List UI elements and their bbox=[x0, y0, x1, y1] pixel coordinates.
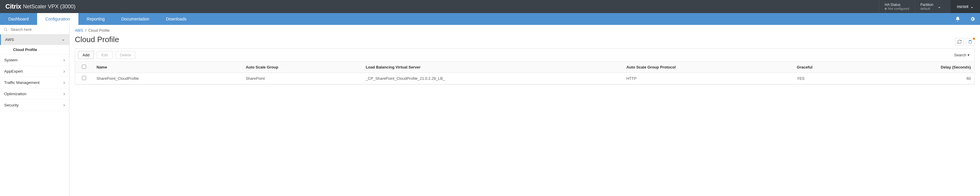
cell-proto: HTTP bbox=[623, 73, 793, 84]
tab-reporting[interactable]: Reporting bbox=[78, 13, 113, 25]
data-table: Name Auto Scale Group Load Balancing Vir… bbox=[75, 62, 974, 84]
add-button[interactable]: Add bbox=[78, 51, 94, 59]
ha-status-value: Not configured bbox=[888, 7, 909, 10]
notifications-icon[interactable] bbox=[950, 13, 965, 25]
sidebar-item-label: Optimization bbox=[4, 92, 26, 96]
cell-graceful: YES bbox=[793, 73, 862, 84]
breadcrumb-leaf: Cloud Profile bbox=[88, 28, 110, 33]
product-name: NetScaler VPX (3000) bbox=[23, 3, 75, 10]
svg-rect-0 bbox=[970, 40, 971, 41]
sidebar-item-optimization[interactable]: Optimization bbox=[0, 89, 69, 100]
search-icon bbox=[3, 28, 8, 32]
brand-logo: Citrix bbox=[5, 3, 21, 10]
search-toggle[interactable]: Search ▾ bbox=[954, 53, 970, 57]
col-checkbox bbox=[75, 62, 93, 73]
chevron-right-icon bbox=[63, 68, 65, 74]
edit-button[interactable]: Edit bbox=[97, 51, 112, 59]
sidebar-item-traffic-management[interactable]: Traffic Management bbox=[0, 77, 69, 89]
chevron-right-icon bbox=[63, 79, 65, 86]
tab-configuration[interactable]: Configuration bbox=[37, 13, 78, 25]
col-auto-scale-protocol[interactable]: Auto Scale Group Protocol bbox=[623, 62, 793, 73]
breadcrumb-root[interactable]: AWS bbox=[75, 28, 83, 33]
ha-status-block: HA Status Not configured bbox=[879, 0, 915, 13]
panel-toolbar: Add Edit Delete Search ▾ bbox=[75, 49, 974, 62]
col-graceful[interactable]: Graceful bbox=[793, 62, 862, 73]
settings-icon[interactable] bbox=[965, 13, 980, 25]
chevron-down-icon: ⌄ bbox=[937, 4, 941, 9]
cell-name: SharePoint_CloudProfile bbox=[93, 73, 242, 84]
chevron-right-icon bbox=[63, 102, 65, 108]
cell-lbvs: _CP_SharePoint_CloudProfile_21.0.2.29_LB… bbox=[362, 73, 623, 84]
sidebar-item-label: Traffic Management bbox=[4, 81, 40, 85]
sidebar-item-label: AWS bbox=[5, 37, 14, 42]
tab-downloads[interactable]: Downloads bbox=[158, 13, 195, 25]
unsaved-indicator-icon bbox=[973, 38, 975, 40]
search-input[interactable] bbox=[11, 27, 66, 32]
user-menu[interactable]: nsroot ⌄ bbox=[950, 0, 980, 13]
sidebar-item-label: System bbox=[4, 58, 18, 62]
tab-dashboard[interactable]: Dashboard bbox=[0, 13, 37, 25]
page-title: Cloud Profile bbox=[75, 35, 119, 44]
partition-value: default bbox=[920, 7, 933, 10]
data-panel: Add Edit Delete Search ▾ Name Auto Sc bbox=[75, 48, 975, 84]
chevron-down-icon: ⌄ bbox=[970, 4, 974, 9]
top-header: Citrix NetScaler VPX (3000) HA Status No… bbox=[0, 0, 980, 13]
cell-asg: SharePoint bbox=[242, 73, 362, 84]
sidebar-subitem-cloud-profile[interactable]: Cloud Profile bbox=[0, 45, 69, 55]
chevron-right-icon bbox=[63, 91, 65, 97]
partition-block[interactable]: Partition default ⌄ bbox=[915, 0, 950, 13]
user-name: nsroot bbox=[957, 4, 969, 9]
col-auto-scale-group[interactable]: Auto Scale Group bbox=[242, 62, 362, 73]
sidebar-item-label: AppExpert bbox=[4, 69, 23, 74]
ha-status-label: HA Status bbox=[885, 3, 909, 7]
sidebar-item-appexpert[interactable]: AppExpert bbox=[0, 66, 69, 77]
row-checkbox[interactable] bbox=[82, 76, 86, 80]
table-row[interactable]: SharePoint_CloudProfile SharePoint _CP_S… bbox=[75, 73, 974, 84]
refresh-button[interactable] bbox=[955, 38, 964, 46]
main-nav: Dashboard Configuration Reporting Docume… bbox=[0, 13, 980, 25]
cell-delay: 60 bbox=[862, 73, 974, 84]
status-dot-icon bbox=[885, 8, 887, 10]
chevron-down-icon bbox=[61, 37, 65, 43]
partition-label: Partition bbox=[920, 3, 933, 7]
col-delay[interactable]: Delay (Seconds) bbox=[862, 62, 974, 73]
sidebar-item-security[interactable]: Security bbox=[0, 100, 69, 111]
content-area: AWS / Cloud Profile Cloud Profile Add Ed… bbox=[70, 25, 980, 196]
sidebar-item-system[interactable]: System bbox=[0, 55, 69, 66]
col-lb-virtual-server[interactable]: Load Balancing Virtual Server bbox=[362, 62, 623, 73]
sidebar: AWS Cloud Profile System AppExpert Traff… bbox=[0, 25, 70, 196]
sidebar-search[interactable] bbox=[0, 25, 69, 35]
breadcrumb: AWS / Cloud Profile bbox=[75, 28, 975, 33]
sidebar-item-label: Security bbox=[4, 103, 19, 107]
select-all-checkbox[interactable] bbox=[82, 65, 86, 69]
col-name[interactable]: Name bbox=[93, 62, 242, 73]
save-button[interactable] bbox=[966, 38, 975, 46]
caret-down-icon: ▾ bbox=[967, 53, 970, 57]
chevron-right-icon bbox=[63, 57, 65, 63]
sidebar-item-aws[interactable]: AWS bbox=[0, 35, 69, 45]
tab-documentation[interactable]: Documentation bbox=[113, 13, 158, 25]
delete-button[interactable]: Delete bbox=[116, 51, 136, 59]
